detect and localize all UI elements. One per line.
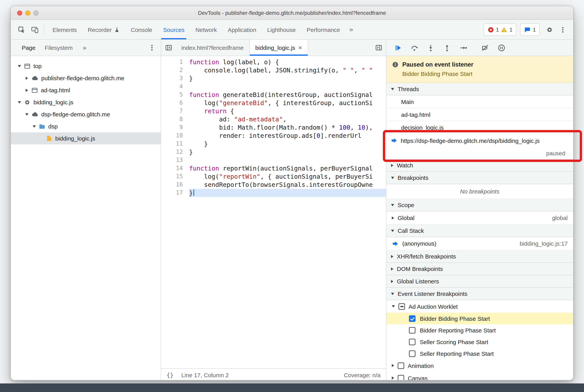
issues-badge[interactable]: 1	[520, 23, 540, 36]
step-out-button[interactable]	[439, 42, 455, 54]
titlebar[interactable]: DevTools - publisher-fledge-demo.glitch.…	[11, 6, 573, 20]
listener-bidder-reporting-phase-start[interactable]: Bidder Reporting Phase Start	[386, 324, 573, 336]
pause-on-exceptions-button[interactable]	[494, 42, 509, 54]
tab-sources[interactable]: Sources	[158, 20, 190, 39]
tab-network[interactable]: Network	[190, 20, 222, 39]
close-button[interactable]	[17, 10, 22, 16]
errors-warnings-badge[interactable]: 1 1	[484, 23, 516, 36]
tab-elements[interactable]: Elements	[47, 20, 82, 39]
code-line[interactable]: 11 }	[161, 140, 386, 148]
expand-toggle[interactable]	[24, 113, 30, 116]
navigator-tab-page[interactable]: Page	[17, 40, 40, 56]
settings-button[interactable]	[543, 23, 556, 36]
device-toolbar-button[interactable]	[28, 23, 41, 36]
line-number[interactable]: 14	[161, 164, 183, 172]
pretty-print-button[interactable]: {}	[166, 372, 173, 378]
inspect-button[interactable]	[15, 23, 28, 36]
tree-item-bidding-logic-js[interactable]: bidding_logic.js	[11, 96, 161, 108]
line-number[interactable]: 8	[161, 115, 183, 124]
section-dom-breakpoints[interactable]: DOM Breakpoints	[386, 263, 573, 275]
code-line[interactable]: 7 return {	[161, 107, 386, 115]
more-options-button[interactable]	[556, 23, 569, 36]
tab-console[interactable]: Console	[125, 20, 158, 39]
tree-item-bidding-logic-js[interactable]: bidding_logic.js	[11, 132, 161, 144]
listener-category-ad-auction-worklet[interactable]: Ad Auction Worklet	[386, 300, 573, 312]
navigator-tab-filesystem[interactable]: Filesystem	[40, 40, 77, 56]
tab-recorder[interactable]: Recorder	[82, 20, 125, 39]
section-scope[interactable]: Scope	[386, 199, 573, 212]
tab-lighthouse[interactable]: Lighthouse	[262, 20, 301, 39]
line-number[interactable]: 3	[161, 74, 183, 82]
code-line[interactable]: 5function generateBid(interestGroup, auc…	[161, 91, 386, 99]
line-number[interactable]: 9	[161, 124, 183, 132]
step-button[interactable]	[456, 42, 471, 54]
line-number[interactable]: 16	[161, 180, 183, 189]
code-line[interactable]: 10 render: interestGroup.ads[0].renderUr…	[161, 132, 386, 140]
expand-toggle[interactable]	[31, 125, 37, 128]
seller-scoring-phase-start-checkbox[interactable]	[409, 338, 416, 345]
tree-item-dsp-fledge-demo-glitch-me[interactable]: dsp-fledge-demo.glitch.me	[11, 108, 161, 120]
thread-item-ad-tag-html[interactable]: ad-tag.html	[386, 108, 573, 121]
animation-checkbox[interactable]	[398, 362, 404, 369]
section-event-listener-breakpoints[interactable]: Event Listener Breakpoints	[386, 288, 573, 300]
line-number[interactable]: 5	[161, 91, 183, 99]
code-line[interactable]: 13	[161, 156, 386, 164]
section-threads[interactable]: Threads	[386, 83, 573, 95]
code-line[interactable]: 12}	[161, 148, 386, 156]
deactivate-breakpoints-button[interactable]	[477, 42, 493, 54]
expand-toggle[interactable]	[16, 65, 22, 67]
section-breakpoints[interactable]: Breakpoints	[386, 172, 573, 184]
line-number[interactable]: 4	[161, 82, 183, 91]
code-line[interactable]: 8 ad: "ad-metadata",	[161, 115, 386, 124]
hide-navigator-button[interactable]	[161, 40, 176, 56]
more-panels-chevron[interactable]: »	[346, 26, 357, 34]
expand-toggle[interactable]	[24, 76, 30, 80]
listener-seller-reporting-phase-start[interactable]: Seller Reporting Phase Start	[386, 348, 573, 359]
expand-toggle[interactable]	[16, 101, 22, 103]
section-call-stack[interactable]: Call Stack	[386, 224, 573, 237]
line-number[interactable]: 15	[161, 172, 183, 180]
listener-bidder-bidding-phase-start[interactable]: Bidder Bidding Phase Start	[386, 312, 573, 324]
close-tab-icon[interactable]: ×	[298, 44, 302, 52]
line-number[interactable]: 6	[161, 99, 183, 107]
file-tab-index-html-fencedframe[interactable]: index.html?fencedframe	[176, 40, 249, 56]
listener-category-canvas[interactable]: Canvas	[386, 372, 573, 380]
code-line[interactable]: 17}	[161, 189, 386, 197]
more-navigator-tabs-chevron[interactable]: »	[79, 44, 90, 52]
line-number[interactable]: 17	[161, 189, 183, 197]
resume-button[interactable]	[390, 42, 406, 54]
section-xhr-fetch-breakpoints[interactable]: XHR/fetch Breakpoints	[386, 250, 573, 263]
ad-auction-worklet-checkbox[interactable]	[398, 303, 405, 310]
code-editor[interactable]: 1function log(label, o) {2 console.log(l…	[161, 56, 386, 368]
line-number[interactable]: 7	[161, 107, 183, 115]
thread-item-active[interactable]: https://dsp-fledge-demo.glitch.me/dsp/bi…	[386, 134, 573, 159]
listener-seller-scoring-phase-start[interactable]: Seller Scoring Phase Start	[386, 336, 573, 348]
tree-item-ad-tag-html[interactable]: ad-tag.html	[11, 84, 161, 96]
bidder-bidding-phase-start-checkbox[interactable]	[409, 315, 416, 322]
line-number[interactable]: 1	[161, 58, 183, 66]
step-over-button[interactable]	[407, 42, 422, 54]
code-line[interactable]: 14function reportWin(auctionSignals, per…	[161, 164, 386, 172]
line-number[interactable]: 12	[161, 148, 183, 156]
thread-item-decision-logic-js[interactable]: decision_logic.js	[386, 121, 573, 134]
code-line[interactable]: 15 log("reportWin", { auctionSignals, pe…	[161, 172, 386, 180]
tab-application[interactable]: Application	[222, 20, 262, 39]
code-line[interactable]: 2 console.log(label, JSON.stringify(o, "…	[161, 66, 386, 74]
zoom-button[interactable]	[33, 10, 38, 16]
line-number[interactable]: 13	[161, 156, 183, 164]
step-into-button[interactable]	[423, 42, 439, 54]
code-line[interactable]: 4	[161, 82, 386, 91]
thread-item-main[interactable]: Main	[386, 95, 573, 108]
line-number[interactable]: 11	[161, 140, 183, 148]
minimize-button[interactable]	[25, 10, 30, 16]
open-file-navigation-button[interactable]	[371, 40, 386, 56]
scope-row-global[interactable]: Globalglobal	[386, 212, 573, 224]
code-line[interactable]: 3}	[161, 74, 386, 82]
code-line[interactable]: 16 sendReportTo(browserSignals.interestG…	[161, 180, 386, 189]
tree-item-dsp[interactable]: dsp	[11, 120, 161, 132]
code-line[interactable]: 6 log("generateBid", { interestGroup, au…	[161, 99, 386, 107]
listener-category-animation[interactable]: Animation	[386, 359, 573, 372]
tree-item-publisher-fledge-demo-glitch-me[interactable]: publisher-fledge-demo.glitch.me	[11, 72, 161, 84]
canvas-checkbox[interactable]	[398, 375, 404, 380]
section-watch[interactable]: Watch	[386, 159, 573, 172]
